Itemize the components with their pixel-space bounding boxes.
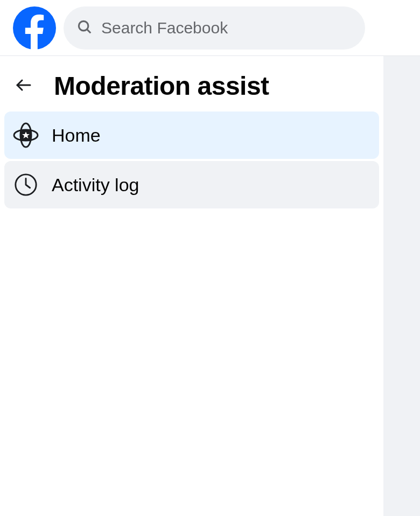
arrow-left-icon xyxy=(14,75,33,96)
atom-badge-icon xyxy=(13,122,39,148)
nav-item-activity-log[interactable]: Activity log xyxy=(4,161,379,208)
nav-item-home[interactable]: Home xyxy=(4,111,379,159)
facebook-logo[interactable] xyxy=(13,6,56,50)
top-header xyxy=(0,0,420,56)
page-header: Moderation assist xyxy=(0,56,383,111)
search-icon xyxy=(76,19,93,37)
nav-list: Home Activity log xyxy=(0,111,383,208)
clock-icon xyxy=(13,172,39,198)
nav-item-label: Activity log xyxy=(52,175,139,196)
search-bar[interactable] xyxy=(64,6,365,50)
back-button[interactable] xyxy=(13,75,34,97)
page-title: Moderation assist xyxy=(54,71,269,101)
svg-line-2 xyxy=(87,29,90,33)
nav-item-label: Home xyxy=(52,125,101,146)
search-input[interactable] xyxy=(101,19,352,37)
sidebar-panel: Moderation assist Home Activi xyxy=(0,56,383,516)
svg-point-1 xyxy=(79,21,88,31)
